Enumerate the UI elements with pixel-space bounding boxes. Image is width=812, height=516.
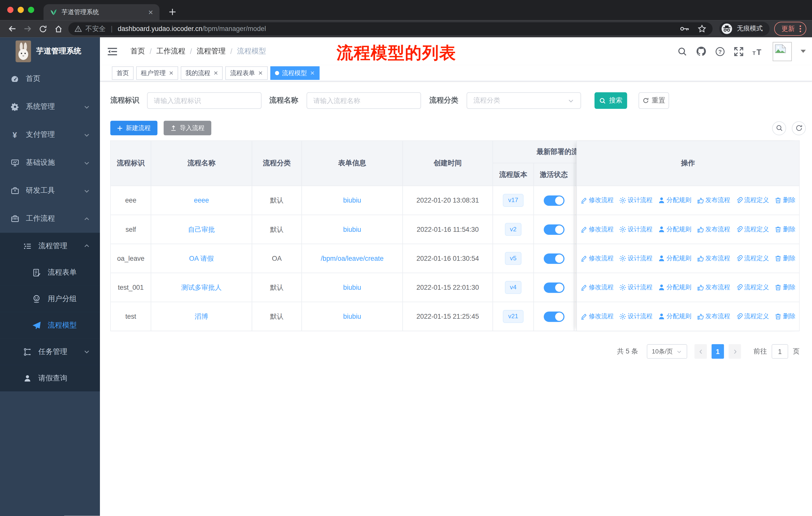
tag-close-icon[interactable]: ✕ [310,70,315,77]
key-icon[interactable] [680,26,690,32]
search-button[interactable]: 搜索 [594,92,627,109]
tag-我的流程[interactable]: 我的流程✕ [181,66,223,80]
sidebar-item-person[interactable]: 请假查询 [0,365,100,391]
sidebar-item-paper-plane[interactable]: 流程模型 [0,312,100,338]
design-link[interactable]: 设计流程 [619,196,653,205]
breadcrumb-item[interactable]: 首页 [130,47,145,56]
sidebar-item-form[interactable]: 流程表单 [0,259,100,286]
assign-link[interactable]: 分配规则 [658,254,691,263]
tag-close-icon[interactable]: ✕ [169,70,174,77]
design-link[interactable]: 设计流程 [619,254,653,263]
delete-link[interactable]: 删除 [775,225,795,234]
toggle-search-icon[interactable] [772,121,786,135]
tag-close-icon[interactable]: ✕ [258,70,263,77]
font-size-icon[interactable]: TT [752,47,764,56]
sidebar-item-list[interactable]: 流程管理 [0,233,100,259]
refresh-table-icon[interactable] [792,121,806,135]
back-icon[interactable] [4,21,20,36]
edit-link[interactable]: 修改流程 [580,196,614,205]
design-link[interactable]: 设计流程 [619,283,653,292]
sidebar-item-dashboard[interactable]: 首页 [0,65,100,93]
update-button[interactable]: 更新 [774,22,807,36]
page-size-select[interactable]: 10条/页 [647,344,687,359]
active-toggle[interactable] [544,224,564,235]
publish-link[interactable]: 发布流程 [697,196,730,205]
sidebar-item-user-group[interactable]: 用户分组 [0,286,100,312]
reload-icon[interactable] [35,21,51,36]
edit-link[interactable]: 修改流程 [580,312,614,321]
import-process-button[interactable]: 导入流程 [164,121,211,135]
definition-link[interactable]: 流程定义 [736,254,769,263]
tag-close-icon[interactable]: ✕ [213,70,218,77]
process-name-link[interactable]: 测试多审批人 [181,283,222,292]
tag-首页[interactable]: 首页 [112,66,134,80]
reset-button[interactable]: 重置 [639,92,669,109]
sidebar-item-gear[interactable]: 系统管理 [0,93,100,121]
publish-link[interactable]: 发布流程 [697,254,730,263]
fullscreen-icon[interactable] [734,46,744,56]
process-name-input[interactable] [307,92,421,109]
publish-link[interactable]: 发布流程 [697,283,730,292]
avatar[interactable] [773,42,792,61]
form-info-link[interactable]: biubiu [343,283,361,291]
collapse-sidebar-icon[interactable] [108,47,118,56]
process-name-link[interactable]: OA 请假 [189,254,214,263]
page-jump-input[interactable] [772,344,788,359]
new-tab-button[interactable] [169,8,176,18]
forward-icon[interactable] [20,21,35,36]
publish-link[interactable]: 发布流程 [697,312,730,321]
next-page-button[interactable] [729,344,741,359]
sidebar-item-toolbox[interactable]: 研发工具 [0,177,100,205]
breadcrumb-item[interactable]: 工作流程 [156,47,185,56]
chevron-down-icon[interactable] [801,50,806,53]
process-category-select[interactable]: 流程分类 [467,92,581,109]
form-info-link[interactable]: /bpm/oa/leave/create [321,254,384,262]
delete-link[interactable]: 删除 [775,312,795,321]
minimize-window-button[interactable] [18,7,24,13]
edit-link[interactable]: 修改流程 [580,254,614,263]
delete-link[interactable]: 删除 [775,196,795,205]
form-info-link[interactable]: biubiu [343,225,361,233]
design-link[interactable]: 设计流程 [619,225,653,234]
tag-租户管理[interactable]: 租户管理✕ [136,66,178,80]
definition-link[interactable]: 流程定义 [736,312,769,321]
url-bar[interactable]: 不安全 | dashboard.yudao.iocoder.cn/bpm/man… [68,22,713,35]
form-info-link[interactable]: biubiu [343,196,361,204]
process-key-input[interactable] [147,92,262,109]
delete-link[interactable]: 删除 [775,254,795,263]
search-icon[interactable] [677,46,687,56]
assign-link[interactable]: 分配规则 [658,312,691,321]
form-info-link[interactable]: biubiu [343,313,361,321]
tab-close-icon[interactable]: ✕ [148,8,153,16]
help-icon[interactable]: ? [715,46,725,56]
process-name-link[interactable]: 滔博 [195,312,208,321]
breadcrumb-item[interactable]: 流程管理 [197,47,226,56]
sidebar-item-briefcase[interactable]: 工作流程 [0,205,100,233]
close-window-button[interactable] [7,7,13,13]
github-icon[interactable] [696,46,706,56]
browser-menu-icon[interactable] [800,25,801,32]
home-icon[interactable] [51,21,66,36]
bookmark-star-icon[interactable] [697,24,706,33]
tag-流程模型[interactable]: 流程模型✕ [270,66,319,80]
delete-link[interactable]: 删除 [775,283,795,292]
prev-page-button[interactable] [694,344,707,359]
design-link[interactable]: 设计流程 [619,312,653,321]
page-number-button[interactable]: 1 [712,344,724,359]
process-name-link[interactable]: eeee [194,196,209,204]
assign-link[interactable]: 分配规则 [658,283,691,292]
edit-link[interactable]: 修改流程 [580,225,614,234]
definition-link[interactable]: 流程定义 [736,283,769,292]
browser-tab[interactable]: 芋道管理系统 ✕ [44,4,160,20]
sidebar-item-monitor[interactable]: 基础设施 [0,148,100,176]
definition-link[interactable]: 流程定义 [736,225,769,234]
tag-流程表单[interactable]: 流程表单✕ [226,66,267,80]
create-process-button[interactable]: 新建流程 [110,121,157,135]
active-toggle[interactable] [544,282,564,293]
active-toggle[interactable] [544,311,564,322]
edit-link[interactable]: 修改流程 [580,283,614,292]
active-toggle[interactable] [544,195,564,206]
assign-link[interactable]: 分配规则 [658,225,691,234]
process-name-link[interactable]: 自己审批 [188,225,215,234]
definition-link[interactable]: 流程定义 [736,196,769,205]
